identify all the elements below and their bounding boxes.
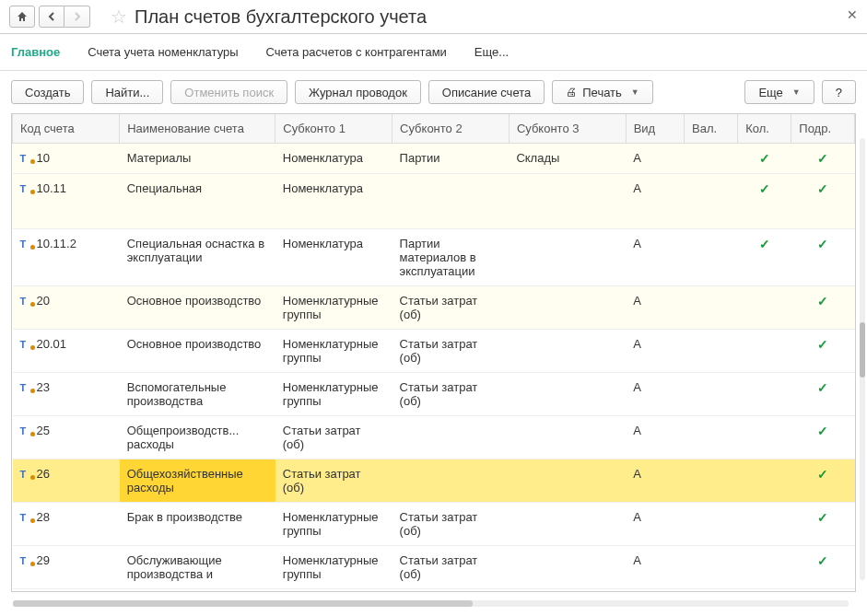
cell-sub3 xyxy=(509,229,626,286)
tabs-bar: Главное Счета учета номенклатуры Счета р… xyxy=(0,34,867,71)
back-button[interactable] xyxy=(39,6,64,28)
cell-val xyxy=(685,286,738,330)
account-icon: T xyxy=(20,238,33,250)
cell-val xyxy=(685,229,738,286)
cell-name: Специальная оснастка в эксплуатации xyxy=(120,229,275,286)
tab-nomenclature-accounts[interactable]: Счета учета номенклатуры xyxy=(88,41,238,63)
cell-kol xyxy=(738,373,791,416)
account-icon: T xyxy=(20,555,33,566)
create-button[interactable]: Создать xyxy=(11,80,84,104)
cell-kol: ✓ xyxy=(738,144,791,174)
help-button[interactable]: ? xyxy=(822,80,856,104)
tab-main[interactable]: Главное xyxy=(11,41,60,63)
tab-counterparty-accounts[interactable]: Счета расчетов с контрагентами xyxy=(266,41,447,63)
col-podr[interactable]: Подр. xyxy=(791,114,855,144)
account-icon: T xyxy=(20,382,33,393)
home-button[interactable] xyxy=(9,6,35,28)
table-row[interactable]: T25Общепроизводств... расходыСтатьи затр… xyxy=(13,416,855,459)
horizontal-scrollbar[interactable] xyxy=(13,600,849,607)
tab-more[interactable]: Еще... xyxy=(475,41,509,63)
cell-name: Специальная xyxy=(120,174,275,229)
col-name[interactable]: Наименование счета xyxy=(120,114,275,144)
cell-name: Общехозяйственные расходы xyxy=(120,459,275,503)
cell-sub2: Статьи затрат (об) xyxy=(392,330,510,373)
cell-name: Брак в производстве xyxy=(120,503,275,546)
col-vid[interactable]: Вид xyxy=(626,114,684,144)
print-button[interactable]: 🖨 Печать ▼ xyxy=(552,80,653,104)
cell-podr: ✓ xyxy=(791,503,855,546)
cell-vid: А xyxy=(626,229,684,286)
more-label: Еще xyxy=(758,86,782,99)
col-sub3[interactable]: Субконто 3 xyxy=(509,114,626,144)
cell-val xyxy=(685,459,738,503)
print-label: Печать xyxy=(582,86,622,99)
cell-val xyxy=(685,174,738,229)
cell-code: T10.11.2 xyxy=(13,229,120,286)
cell-vid: А xyxy=(626,144,684,174)
describe-account-button[interactable]: Описание счета xyxy=(428,80,545,104)
arrow-left-icon xyxy=(47,12,56,21)
favorite-star-icon[interactable]: ☆ xyxy=(111,6,127,28)
table-row[interactable]: T10.11СпециальнаяНоменклатураА✓✓ xyxy=(13,174,855,229)
col-kol[interactable]: Кол. xyxy=(738,114,791,144)
cell-sub1: Номенклатура xyxy=(275,229,392,286)
cell-sub3 xyxy=(509,330,626,373)
table-row[interactable]: T10МатериалыНоменклатураПартииСкладыА✓✓ xyxy=(13,144,855,174)
cell-sub3 xyxy=(509,459,626,503)
cell-code: T26 xyxy=(13,459,120,503)
nav-group xyxy=(39,6,94,28)
table-row[interactable]: T20Основное производствоНоменклатурные г… xyxy=(13,286,855,330)
cell-sub3: Склады xyxy=(509,144,626,174)
forward-button[interactable] xyxy=(64,6,90,28)
col-sub1[interactable]: Субконто 1 xyxy=(275,114,392,144)
table-row[interactable]: T26Общехозяйственные расходыСтатьи затра… xyxy=(13,459,855,503)
find-button[interactable]: Найти... xyxy=(91,80,163,104)
cell-vid: А xyxy=(626,459,684,503)
journal-button[interactable]: Журнал проводок xyxy=(295,80,421,104)
cell-val xyxy=(685,373,738,416)
cell-val xyxy=(685,503,738,546)
cell-sub3 xyxy=(509,373,626,416)
account-icon: T xyxy=(20,339,33,350)
cell-sub2: Партии материалов в эксплуатации xyxy=(392,229,510,286)
cell-sub2: Статьи затрат (об) xyxy=(392,503,510,546)
cancel-search-button[interactable]: Отменить поиск xyxy=(170,80,287,104)
table-row[interactable]: T28Брак в производствеНоменклатурные гру… xyxy=(13,503,855,546)
cell-podr: ✓ xyxy=(791,373,855,416)
arrow-right-icon xyxy=(73,12,82,21)
table-row[interactable]: T10.11.2Специальная оснастка в эксплуата… xyxy=(13,229,855,286)
cell-podr: ✓ xyxy=(791,229,855,286)
cell-podr: ✓ xyxy=(791,144,855,174)
home-icon xyxy=(17,11,28,22)
table-row[interactable]: T20.01Основное производствоНоменклатурны… xyxy=(13,330,855,373)
cell-podr: ✓ xyxy=(791,286,855,330)
cell-kol xyxy=(738,546,791,589)
account-icon: T xyxy=(20,183,33,194)
cell-kol xyxy=(738,416,791,459)
accounts-table-container[interactable]: Код счета Наименование счета Субконто 1 … xyxy=(11,113,856,592)
cell-code: T20.01 xyxy=(13,330,120,373)
cell-sub3 xyxy=(509,503,626,546)
account-icon: T xyxy=(20,153,33,164)
cell-kol xyxy=(738,459,791,503)
cell-code: T20 xyxy=(13,286,120,330)
table-row[interactable]: T23Вспомогательные производстваНоменклат… xyxy=(13,373,855,416)
cell-podr: ✓ xyxy=(791,330,855,373)
account-icon: T xyxy=(20,512,33,523)
table-row[interactable]: T29Обслуживающие производства иНоменклат… xyxy=(13,546,855,589)
cell-kol: ✓ xyxy=(738,174,791,229)
vertical-scrollbar[interactable] xyxy=(860,138,865,580)
cell-vid: А xyxy=(626,373,684,416)
cell-code: T23 xyxy=(13,373,120,416)
col-val[interactable]: Вал. xyxy=(685,114,738,144)
cell-code: T28 xyxy=(13,503,120,546)
cell-podr: ✓ xyxy=(791,459,855,503)
more-button[interactable]: Еще ▼ xyxy=(744,80,814,104)
cell-sub1: Номенклатурные группы xyxy=(275,373,392,416)
cell-sub3 xyxy=(509,546,626,589)
cell-name: Материалы xyxy=(120,144,275,174)
close-button[interactable]: ✕ xyxy=(847,7,858,22)
col-sub2[interactable]: Субконто 2 xyxy=(392,114,510,144)
cell-sub1: Номенклатурные группы xyxy=(275,503,392,546)
col-code[interactable]: Код счета xyxy=(13,114,120,144)
